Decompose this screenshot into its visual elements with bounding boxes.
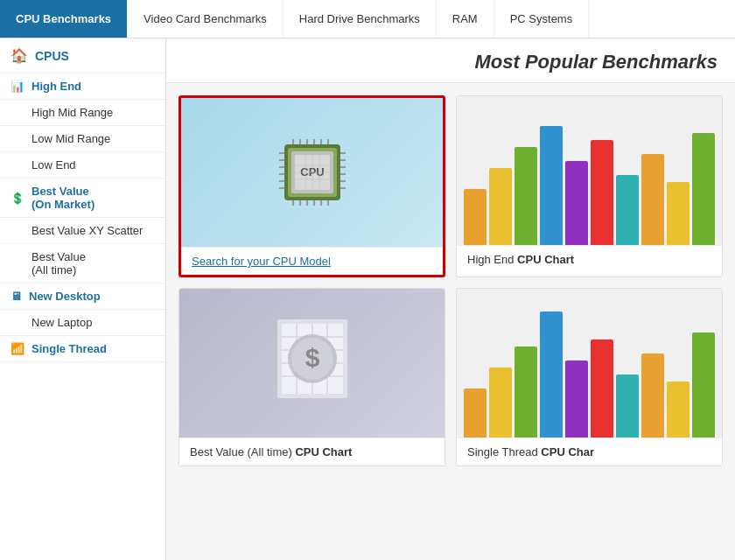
high-end-chart-image — [457, 96, 722, 245]
sidebar-item-best-value-all-time[interactable]: Best Value(All time) — [0, 244, 165, 284]
nav-pc-systems[interactable]: PC Systems — [494, 0, 590, 38]
best-value-label-pre: Best Value (All time) — [190, 445, 295, 458]
page-layout: 🏠 CPUS 📊 High End High Mid Range Low Mid… — [0, 38, 735, 560]
sidebar-cpus-label: CPUS — [35, 49, 69, 63]
dollar-book-icon: $ — [264, 311, 360, 416]
best-value-cpu-label: Best Value (All time) CPU Chart — [179, 438, 444, 466]
sidebar-item-low-mid-range[interactable]: Low Mid Range — [0, 126, 165, 152]
bar-chart-icon: 📶 — [10, 342, 24, 355]
single-thread-label-bold: CPU Char — [541, 445, 594, 458]
main-content: Most Popular Benchmarks CPU — [166, 38, 735, 560]
single-thread-label-pre: Single Thread — [467, 445, 541, 458]
page-title-text: Most Popular Benchmarks — [474, 51, 718, 73]
cpu-search-label: Search for your CPU Model — [181, 247, 443, 275]
sidebar-item-single-thread[interactable]: 📶 Single Thread — [0, 336, 165, 362]
cpu-chip-icon: CPU — [260, 120, 365, 225]
high-end-label-pre: High End — [467, 253, 517, 266]
high-end-cpu-label: High End CPU Chart — [457, 245, 722, 273]
single-thread-cpu-card[interactable]: Single Thread CPU Char — [456, 288, 723, 466]
nav-hard-drive-benchmarks[interactable]: Hard Drive Benchmarks — [284, 0, 437, 38]
single-thread-chart-image — [457, 289, 722, 438]
home-icon: 🏠 — [10, 47, 28, 64]
sidebar-high-end-label: High End — [32, 80, 81, 93]
desktop-icon: 🖥 — [10, 290, 22, 303]
nav-cpu-benchmarks[interactable]: CPU Benchmarks — [0, 0, 128, 38]
svg-text:$: $ — [304, 343, 319, 372]
sidebar-item-low-end[interactable]: Low End — [0, 152, 165, 178]
sidebar-best-value-label: Best Value(On Market) — [32, 185, 94, 211]
high-end-cpu-card[interactable]: High End CPU Chart — [456, 95, 723, 277]
cpu-search-image: CPU — [181, 98, 443, 247]
cpu-search-card[interactable]: CPU — [178, 95, 445, 277]
single-thread-cpu-label: Single Thread CPU Char — [457, 438, 722, 466]
high-end-label-bold: CPU Chart — [517, 253, 574, 266]
best-value-image: $ — [179, 289, 444, 438]
sidebar-item-cpus[interactable]: 🏠 CPUS — [0, 38, 165, 74]
sidebar-new-desktop-label: New Desktop — [29, 290, 101, 303]
sidebar-single-thread-label: Single Thread — [32, 342, 107, 355]
chart-icon: 📊 — [10, 80, 24, 93]
sidebar-item-high-mid-range[interactable]: High Mid Range — [0, 100, 165, 126]
best-value-cpu-card[interactable]: $ Best Value (All time) CPU Chart — [178, 288, 445, 466]
sidebar-item-best-value[interactable]: 💲 Best Value(On Market) — [0, 178, 165, 218]
sidebar-item-best-value-xy[interactable]: Best Value XY Scatter — [0, 218, 165, 244]
sidebar-item-new-desktop[interactable]: 🖥 New Desktop — [0, 284, 165, 310]
best-value-label-bold: CPU Chart — [295, 445, 352, 458]
dollar-circle-icon: 💲 — [10, 192, 24, 205]
sidebar: 🏠 CPUS 📊 High End High Mid Range Low Mid… — [0, 38, 166, 560]
nav-ram[interactable]: RAM — [437, 0, 494, 38]
benchmark-grid: CPU — [166, 83, 735, 479]
cpu-search-link[interactable]: Search for your CPU Model — [192, 255, 331, 268]
sidebar-item-high-end[interactable]: 📊 High End — [0, 74, 165, 100]
page-title: Most Popular Benchmarks — [166, 38, 735, 83]
nav-video-card-benchmarks[interactable]: Video Card Benchmarks — [128, 0, 284, 38]
sidebar-item-new-laptop[interactable]: New Laptop — [0, 310, 165, 336]
top-navigation: CPU Benchmarks Video Card Benchmarks Har… — [0, 0, 735, 38]
